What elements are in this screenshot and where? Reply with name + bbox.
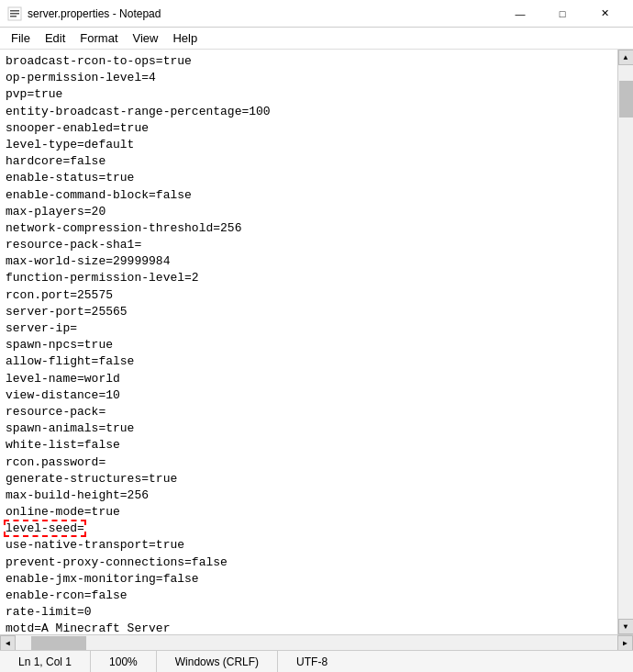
editor-text[interactable]: broadcast-rcon-to-ops=true op-permission… bbox=[6, 53, 612, 634]
maximize-button[interactable]: □ bbox=[541, 0, 583, 28]
status-position: Ln 1, Col 1 bbox=[0, 651, 91, 672]
title-bar: server.properties - Notepad — □ ✕ bbox=[0, 0, 633, 28]
status-encoding: UTF-8 bbox=[278, 651, 346, 672]
vertical-scrollbar[interactable]: ▲ ▼ bbox=[617, 50, 633, 634]
level-seed-highlight: level-seed= bbox=[6, 521, 84, 535]
scroll-thumb-v[interactable] bbox=[619, 81, 633, 118]
menu-file[interactable]: File bbox=[4, 29, 38, 47]
scroll-left-arrow[interactable]: ◀ bbox=[0, 635, 16, 651]
menu-edit[interactable]: Edit bbox=[38, 29, 72, 47]
menu-view[interactable]: View bbox=[126, 29, 166, 47]
menu-help[interactable]: Help bbox=[165, 29, 205, 47]
window-title: server.properties - Notepad bbox=[28, 7, 161, 20]
svg-rect-1 bbox=[10, 10, 19, 12]
horizontal-scrollbar[interactable]: ◀ ▶ bbox=[0, 634, 633, 650]
title-bar-left: server.properties - Notepad bbox=[7, 6, 161, 21]
svg-rect-2 bbox=[10, 13, 19, 15]
window-controls: — □ ✕ bbox=[499, 0, 626, 28]
scrollbar-h-track bbox=[16, 635, 617, 650]
menu-format[interactable]: Format bbox=[72, 29, 125, 47]
scroll-down-arrow[interactable]: ▼ bbox=[618, 619, 634, 634]
scroll-right-arrow[interactable]: ▶ bbox=[617, 635, 633, 651]
app-icon bbox=[7, 6, 22, 21]
minimize-button[interactable]: — bbox=[499, 0, 541, 28]
status-bar: Ln 1, Col 1 100% Windows (CRLF) UTF-8 bbox=[0, 650, 633, 672]
scroll-thumb-h[interactable] bbox=[31, 636, 86, 650]
editor-container: broadcast-rcon-to-ops=true op-permission… bbox=[0, 50, 633, 634]
scroll-up-arrow[interactable]: ▲ bbox=[618, 50, 634, 65]
close-button[interactable]: ✕ bbox=[583, 0, 626, 28]
status-line-ending: Windows (CRLF) bbox=[157, 651, 278, 672]
svg-rect-3 bbox=[10, 16, 17, 17]
highlighted-line: level-seed= bbox=[6, 521, 84, 537]
editor-content[interactable]: broadcast-rcon-to-ops=true op-permission… bbox=[0, 50, 617, 634]
menu-bar: File Edit Format View Help bbox=[0, 28, 633, 50]
status-zoom: 100% bbox=[91, 651, 157, 672]
